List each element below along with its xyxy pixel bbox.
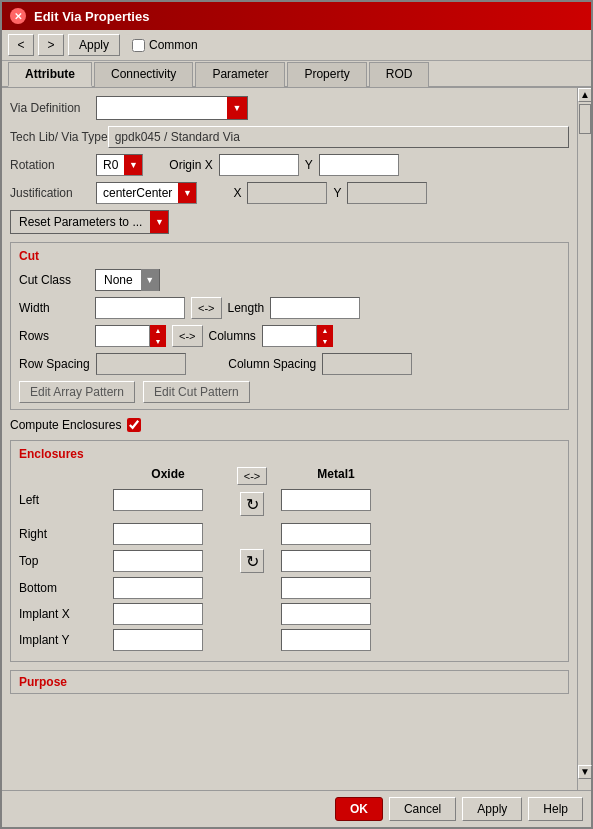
metal1-left-input[interactable]: 0 xyxy=(281,489,371,511)
rows-columns-row: Rows 1 ▲ ▼ <-> Columns 1 ▲ ▼ xyxy=(19,325,560,347)
edit-array-pattern-button[interactable]: Edit Array Pattern xyxy=(19,381,135,403)
justification-row: Justification centerCenter ▼ X 0 Y 0 xyxy=(10,182,569,204)
toolbar: < > Apply Common xyxy=(2,30,591,61)
help-button[interactable]: Help xyxy=(528,797,583,821)
cut-section-title: Cut xyxy=(19,249,560,263)
oxide-left-input[interactable]: 0.08 xyxy=(113,489,203,511)
columns-spin-arrows[interactable]: ▲ ▼ xyxy=(317,325,333,347)
common-checkbox[interactable] xyxy=(132,39,145,52)
columns-label: Columns xyxy=(209,329,256,343)
tech-lib-label: Tech Lib/ Via Type xyxy=(10,130,108,144)
oxide-header: Oxide xyxy=(113,467,223,485)
compute-enclosures-checkbox[interactable] xyxy=(127,418,141,432)
oxide-right-input[interactable]: 0.08 xyxy=(113,523,203,545)
compute-enclosures-row: Compute Enclosures xyxy=(10,418,569,432)
cut-class-row: Cut Class None ▼ xyxy=(19,269,560,291)
common-checkbox-row: Common xyxy=(132,38,198,52)
length-label: Length xyxy=(228,301,265,315)
cancel-button[interactable]: Cancel xyxy=(389,797,456,821)
column-spacing-label: Column Spacing xyxy=(228,357,316,371)
rows-input[interactable]: 1 xyxy=(95,325,150,347)
tab-connectivity[interactable]: Connectivity xyxy=(94,62,193,87)
cut-class-dropdown-btn[interactable]: ▼ xyxy=(141,269,159,291)
tab-parameter[interactable]: Parameter xyxy=(195,62,285,87)
oxide-implant-x-input[interactable]: 0.01 xyxy=(113,603,203,625)
enclosures-title: Enclosures xyxy=(19,447,560,461)
width-length-row: Width 0.06 <-> Length 0.06 xyxy=(19,297,560,319)
enclosures-header-row: Oxide <-> Metal1 xyxy=(19,467,560,485)
scroll-up-btn[interactable]: ▲ xyxy=(578,88,591,102)
length-input[interactable]: 0.06 xyxy=(270,297,360,319)
metal1-top-input[interactable]: 0.03 xyxy=(281,550,371,572)
bottom-bar: OK Cancel Apply Help xyxy=(2,790,591,827)
columns-spinner: 1 ▲ ▼ xyxy=(262,325,333,347)
implant-y-label: Implant Y xyxy=(19,633,109,647)
rows-down-arrow[interactable]: ▼ xyxy=(150,336,166,347)
rows-spin-arrows[interactable]: ▲ ▼ xyxy=(150,325,166,347)
cut-class-value: None xyxy=(96,273,141,287)
enclosures-implant-y-row: Implant Y 0.01 0.09 xyxy=(19,629,560,651)
y-input[interactable]: 0 xyxy=(347,182,427,204)
rows-up-arrow[interactable]: ▲ xyxy=(150,325,166,336)
metal1-right-input[interactable]: 0 xyxy=(281,523,371,545)
origin-x-input[interactable]: 0.5 xyxy=(219,154,299,176)
apply-button[interactable]: Apply xyxy=(462,797,522,821)
oxide-implant-y-input[interactable]: 0.01 xyxy=(113,629,203,651)
columns-up-arrow[interactable]: ▲ xyxy=(317,325,333,336)
columns-input[interactable]: 1 xyxy=(262,325,317,347)
window-title: Edit Via Properties xyxy=(34,9,149,24)
via-definition-input[interactable]: M1_NWELL xyxy=(97,97,227,119)
y-label: Y xyxy=(333,186,341,200)
scroll-down-btn[interactable]: ▼ xyxy=(578,765,591,779)
ok-button[interactable]: OK xyxy=(335,797,383,821)
metal1-implant-x-input[interactable]: 0.12 xyxy=(281,603,371,625)
forward-button[interactable]: > xyxy=(38,34,64,56)
reset-label: Reset Parameters to ... xyxy=(11,213,150,231)
toolbar-apply-button[interactable]: Apply xyxy=(68,34,120,56)
rotation-origin-row: Rotation R0 ▼ Origin X 0.5 Y 1.355 xyxy=(10,154,569,176)
common-label: Common xyxy=(149,38,198,52)
enclosures-section: Enclosures Oxide <-> Metal1 Left 0.08 ↻ xyxy=(10,440,569,662)
purpose-section: Purpose xyxy=(10,670,569,694)
pattern-buttons: Edit Array Pattern Edit Cut Pattern xyxy=(19,381,560,403)
tab-property[interactable]: Property xyxy=(287,62,366,87)
rotation-label: Rotation xyxy=(10,158,90,172)
via-definition-row: Via Definition M1_NWELL ▼ xyxy=(10,96,569,120)
justification-label: Justification xyxy=(10,186,90,200)
tab-attribute[interactable]: Attribute xyxy=(8,62,92,87)
back-button[interactable]: < xyxy=(8,34,34,56)
origin-y-input[interactable]: 1.355 xyxy=(319,154,399,176)
width-input[interactable]: 0.06 xyxy=(95,297,185,319)
reset-select[interactable]: Reset Parameters to ... ▼ xyxy=(10,210,169,234)
tab-rod[interactable]: ROD xyxy=(369,62,430,87)
rotation-dropdown-btn[interactable]: ▼ xyxy=(124,155,142,175)
metal1-rotate-button[interactable]: ↻ xyxy=(240,549,264,573)
rows-label: Rows xyxy=(19,329,89,343)
scrollbar[interactable]: ▲ ▼ xyxy=(577,88,591,790)
via-definition-dropdown-btn[interactable]: ▼ xyxy=(227,97,247,119)
row-spacing-input[interactable]: 0.06 xyxy=(96,353,186,375)
reset-dropdown-btn[interactable]: ▼ xyxy=(150,211,168,233)
tech-lib-row: Tech Lib/ Via Type gpdk045 / Standard Vi… xyxy=(10,126,569,148)
oxide-metal-arrow[interactable]: <-> xyxy=(237,467,268,485)
justification-select[interactable]: centerCenter ▼ xyxy=(96,182,197,204)
title-bar: ✕ Edit Via Properties xyxy=(2,2,591,30)
cut-class-select[interactable]: None ▼ xyxy=(95,269,160,291)
columns-down-arrow[interactable]: ▼ xyxy=(317,336,333,347)
oxide-rotate-button[interactable]: ↻ xyxy=(240,492,264,516)
width-length-arrow[interactable]: <-> xyxy=(191,297,222,319)
x-label: X xyxy=(233,186,241,200)
rows-columns-arrow[interactable]: <-> xyxy=(172,325,203,347)
rotation-select[interactable]: R0 ▼ xyxy=(96,154,143,176)
scroll-thumb[interactable] xyxy=(579,104,591,134)
column-spacing-input[interactable]: 0.06 xyxy=(322,353,412,375)
x-input[interactable]: 0 xyxy=(247,182,327,204)
metal1-bottom-input[interactable]: 0.03 xyxy=(281,577,371,599)
oxide-bottom-input[interactable]: 0.08 xyxy=(113,577,203,599)
edit-cut-pattern-button[interactable]: Edit Cut Pattern xyxy=(143,381,250,403)
oxide-top-input[interactable]: 0.08 xyxy=(113,550,203,572)
enclosures-right-row: Right 0.08 0 xyxy=(19,523,560,545)
justification-dropdown-btn[interactable]: ▼ xyxy=(178,183,196,203)
metal1-implant-y-input[interactable]: 0.09 xyxy=(281,629,371,651)
via-definition-label: Via Definition xyxy=(10,101,90,115)
